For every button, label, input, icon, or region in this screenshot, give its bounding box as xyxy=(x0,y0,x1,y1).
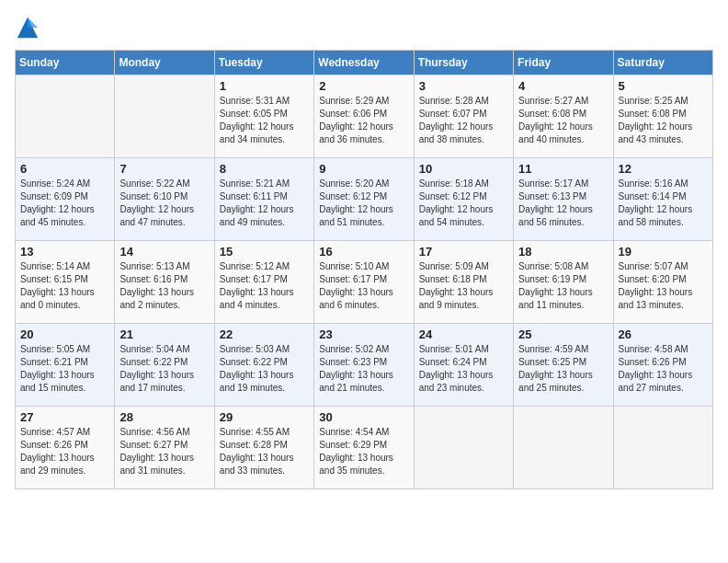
day-info: Sunrise: 4:57 AMSunset: 6:26 PMDaylight:… xyxy=(20,426,109,477)
day-number: 15 xyxy=(220,245,309,259)
day-number: 20 xyxy=(20,327,109,341)
svg-marker-1 xyxy=(28,17,38,28)
day-info: Sunrise: 5:08 AMSunset: 6:19 PMDaylight:… xyxy=(518,260,608,312)
day-number: 22 xyxy=(220,327,309,341)
calendar-week-5: 27Sunrise: 4:57 AMSunset: 6:26 PMDayligh… xyxy=(16,407,713,489)
day-info: Sunrise: 5:10 AMSunset: 6:17 PMDaylight:… xyxy=(319,260,408,312)
day-info: Sunrise: 5:21 AMSunset: 6:11 PMDaylight:… xyxy=(220,178,309,229)
day-number: 16 xyxy=(319,245,408,259)
calendar-week-3: 13Sunrise: 5:14 AMSunset: 6:15 PMDayligh… xyxy=(16,241,713,324)
calendar-cell: 13Sunrise: 5:14 AMSunset: 6:15 PMDayligh… xyxy=(16,241,115,324)
calendar-cell xyxy=(16,75,115,158)
weekday-header-sunday: Sunday xyxy=(16,51,115,75)
calendar-cell: 27Sunrise: 4:57 AMSunset: 6:26 PMDayligh… xyxy=(16,407,115,489)
day-number: 19 xyxy=(619,245,708,259)
calendar-cell: 8Sunrise: 5:21 AMSunset: 6:11 PMDaylight… xyxy=(214,158,313,241)
weekday-header-tuesday: Tuesday xyxy=(214,51,313,75)
day-number: 10 xyxy=(419,162,508,176)
day-number: 14 xyxy=(119,245,209,259)
calendar-cell: 30Sunrise: 4:54 AMSunset: 6:29 PMDayligh… xyxy=(314,407,414,489)
day-info: Sunrise: 5:05 AMSunset: 6:21 PMDaylight:… xyxy=(20,343,109,395)
day-info: Sunrise: 5:02 AMSunset: 6:23 PMDaylight:… xyxy=(319,343,408,395)
calendar-cell: 1Sunrise: 5:31 AMSunset: 6:05 PMDaylight… xyxy=(214,75,313,158)
calendar-week-1: 1Sunrise: 5:31 AMSunset: 6:05 PMDaylight… xyxy=(16,75,713,158)
day-info: Sunrise: 5:31 AMSunset: 6:05 PMDaylight:… xyxy=(220,95,309,146)
calendar-cell: 12Sunrise: 5:16 AMSunset: 6:14 PMDayligh… xyxy=(613,158,712,241)
calendar-cell: 5Sunrise: 5:25 AMSunset: 6:08 PMDaylight… xyxy=(613,75,712,158)
day-number: 26 xyxy=(619,327,708,341)
day-number: 18 xyxy=(518,245,608,259)
day-info: Sunrise: 4:56 AMSunset: 6:27 PMDaylight:… xyxy=(119,426,209,477)
header xyxy=(15,15,713,40)
calendar-cell: 2Sunrise: 5:29 AMSunset: 6:06 PMDaylight… xyxy=(314,75,414,158)
day-info: Sunrise: 5:07 AMSunset: 6:20 PMDaylight:… xyxy=(619,260,708,312)
calendar-cell: 21Sunrise: 5:04 AMSunset: 6:22 PMDayligh… xyxy=(115,324,214,407)
day-number: 5 xyxy=(619,79,708,93)
calendar-header: SundayMondayTuesdayWednesdayThursdayFrid… xyxy=(16,51,713,75)
calendar-cell: 23Sunrise: 5:02 AMSunset: 6:23 PMDayligh… xyxy=(314,324,414,407)
calendar-cell: 25Sunrise: 4:59 AMSunset: 6:25 PMDayligh… xyxy=(514,324,613,407)
day-info: Sunrise: 5:04 AMSunset: 6:22 PMDaylight:… xyxy=(119,343,209,395)
day-info: Sunrise: 5:14 AMSunset: 6:15 PMDaylight:… xyxy=(20,260,109,312)
day-number: 24 xyxy=(419,327,508,341)
day-info: Sunrise: 5:29 AMSunset: 6:06 PMDaylight:… xyxy=(319,95,408,146)
day-info: Sunrise: 4:54 AMSunset: 6:29 PMDaylight:… xyxy=(319,426,408,477)
day-number: 6 xyxy=(20,162,109,176)
day-info: Sunrise: 5:18 AMSunset: 6:12 PMDaylight:… xyxy=(419,178,508,229)
weekday-header-thursday: Thursday xyxy=(414,51,513,75)
day-info: Sunrise: 5:13 AMSunset: 6:16 PMDaylight:… xyxy=(119,260,209,312)
day-number: 9 xyxy=(319,162,408,176)
day-number: 30 xyxy=(319,410,408,424)
calendar-cell: 22Sunrise: 5:03 AMSunset: 6:22 PMDayligh… xyxy=(214,324,313,407)
day-number: 25 xyxy=(518,327,608,341)
weekday-header-monday: Monday xyxy=(115,51,214,75)
day-info: Sunrise: 5:09 AMSunset: 6:18 PMDaylight:… xyxy=(419,260,508,312)
weekday-header-friday: Friday xyxy=(514,51,613,75)
day-info: Sunrise: 5:17 AMSunset: 6:13 PMDaylight:… xyxy=(518,178,608,229)
day-info: Sunrise: 4:59 AMSunset: 6:25 PMDaylight:… xyxy=(518,343,608,395)
calendar-cell: 9Sunrise: 5:20 AMSunset: 6:12 PMDaylight… xyxy=(314,158,414,241)
calendar-cell: 26Sunrise: 4:58 AMSunset: 6:26 PMDayligh… xyxy=(613,324,712,407)
day-info: Sunrise: 5:03 AMSunset: 6:22 PMDaylight:… xyxy=(220,343,309,395)
calendar-cell: 3Sunrise: 5:28 AMSunset: 6:07 PMDaylight… xyxy=(414,75,513,158)
calendar-cell: 28Sunrise: 4:56 AMSunset: 6:27 PMDayligh… xyxy=(115,407,214,489)
day-info: Sunrise: 5:22 AMSunset: 6:10 PMDaylight:… xyxy=(119,178,209,229)
calendar-cell: 14Sunrise: 5:13 AMSunset: 6:16 PMDayligh… xyxy=(115,241,214,324)
day-number: 12 xyxy=(619,162,708,176)
calendar-cell xyxy=(115,75,214,158)
calendar-cell xyxy=(613,407,712,489)
day-info: Sunrise: 5:20 AMSunset: 6:12 PMDaylight:… xyxy=(319,178,408,229)
calendar-cell: 6Sunrise: 5:24 AMSunset: 6:09 PMDaylight… xyxy=(16,158,115,241)
day-number: 4 xyxy=(518,79,608,93)
calendar-cell: 20Sunrise: 5:05 AMSunset: 6:21 PMDayligh… xyxy=(16,324,115,407)
calendar-cell: 11Sunrise: 5:17 AMSunset: 6:13 PMDayligh… xyxy=(514,158,613,241)
day-number: 21 xyxy=(119,327,209,341)
day-info: Sunrise: 5:16 AMSunset: 6:14 PMDaylight:… xyxy=(619,178,708,229)
day-number: 13 xyxy=(20,245,109,259)
day-number: 27 xyxy=(20,410,109,424)
day-number: 8 xyxy=(220,162,309,176)
calendar-cell xyxy=(514,407,613,489)
day-info: Sunrise: 5:24 AMSunset: 6:09 PMDaylight:… xyxy=(20,178,109,229)
weekday-header-wednesday: Wednesday xyxy=(314,51,414,75)
weekday-header-row: SundayMondayTuesdayWednesdayThursdayFrid… xyxy=(16,51,713,75)
calendar-cell: 16Sunrise: 5:10 AMSunset: 6:17 PMDayligh… xyxy=(314,241,414,324)
calendar-cell: 7Sunrise: 5:22 AMSunset: 6:10 PMDaylight… xyxy=(115,158,214,241)
calendar-cell: 24Sunrise: 5:01 AMSunset: 6:24 PMDayligh… xyxy=(414,324,513,407)
calendar-cell: 19Sunrise: 5:07 AMSunset: 6:20 PMDayligh… xyxy=(613,241,712,324)
day-info: Sunrise: 5:27 AMSunset: 6:08 PMDaylight:… xyxy=(518,95,608,146)
calendar-cell: 15Sunrise: 5:12 AMSunset: 6:17 PMDayligh… xyxy=(214,241,313,324)
day-number: 23 xyxy=(319,327,408,341)
day-number: 29 xyxy=(220,410,309,424)
day-number: 11 xyxy=(518,162,608,176)
day-number: 3 xyxy=(419,79,508,93)
day-number: 1 xyxy=(220,79,309,93)
calendar-cell xyxy=(414,407,513,489)
calendar-cell: 18Sunrise: 5:08 AMSunset: 6:19 PMDayligh… xyxy=(514,241,613,324)
day-number: 17 xyxy=(419,245,508,259)
day-info: Sunrise: 4:58 AMSunset: 6:26 PMDaylight:… xyxy=(619,343,708,395)
calendar-cell: 4Sunrise: 5:27 AMSunset: 6:08 PMDaylight… xyxy=(514,75,613,158)
calendar-cell: 10Sunrise: 5:18 AMSunset: 6:12 PMDayligh… xyxy=(414,158,513,241)
day-info: Sunrise: 5:28 AMSunset: 6:07 PMDaylight:… xyxy=(419,95,508,146)
calendar-cell: 29Sunrise: 4:55 AMSunset: 6:28 PMDayligh… xyxy=(214,407,313,489)
